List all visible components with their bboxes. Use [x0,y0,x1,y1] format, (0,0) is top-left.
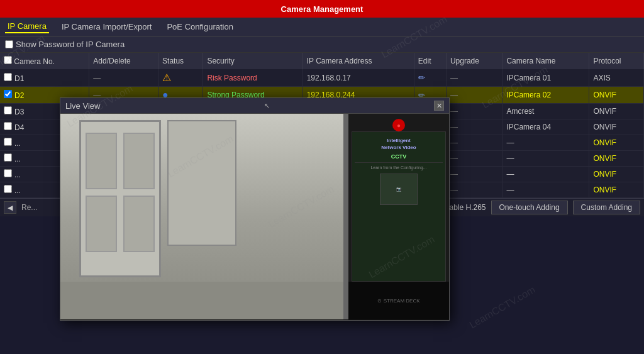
cell-protocol: ONVIF [589,87,644,104]
show-password-label[interactable]: Show Password of IP Camera [5,40,125,49]
cell-upgrade: — [446,119,502,135]
col-security: Security [203,53,303,69]
show-password-checkbox[interactable] [5,40,13,48]
table-header-row: Camera No. Add/Delete Status Security IP… [0,53,644,69]
cell-camera-name: — [502,151,589,167]
tab-ip-camera[interactable]: IP Camera [5,20,49,33]
camera-view-left [60,114,348,319]
cell-add-delete: — [89,69,158,87]
col-edit: Edit [414,53,446,69]
cell-protocol: ONVIF [589,104,644,119]
scroll-left-btn[interactable]: ◀ [4,201,16,214]
col-add-delete: Add/Delete [89,53,158,69]
cell-upgrade: — [446,87,502,104]
select-all-checkbox[interactable] [4,56,12,64]
cell-protocol: ONVIF [589,151,644,167]
cell-camera-name: — [502,135,589,151]
row-checkbox[interactable] [4,169,12,177]
cell-upgrade: — [446,167,502,182]
cell-protocol: ONVIF [589,167,644,182]
cell-protocol: ONVIF [589,182,644,198]
camera-indicator: ● [392,119,405,131]
col-camera-name: Camera Name [502,53,589,69]
cell-protocol: ONVIF [589,135,644,151]
cell-camera-name: IPCamera 01 [502,69,589,87]
cell-camera-name: IPCamera 02 [502,87,589,104]
bottom-right-controls: Enable H.265 One-touch Adding Custom Add… [440,201,640,214]
live-view-modal: Live View ↖ ✕ ● Intelligen [60,97,450,321]
col-camera-no: Camera No. [0,53,89,69]
cell-protocol: ONVIF [589,119,644,135]
cell-ip-address: 192.168.0.17 [303,69,414,87]
row-checkbox[interactable] [4,73,12,81]
cell-camera-name: Amcrest [502,104,589,119]
toolbar: Show Password of IP Camera [0,36,644,53]
col-status: Status [158,53,203,69]
modal-body: ● IntelligentNetwork Video CCTV Learn fr… [60,114,449,319]
modal-title: Live View [65,101,100,111]
cell-security: Risk Password [203,69,303,87]
one-touch-adding-btn[interactable]: One-touch Adding [491,201,568,214]
tab-poe[interactable]: PoE Configuration [164,21,236,33]
cell-camera-name: — [502,182,589,198]
cell-upgrade: — [446,151,502,167]
camera-view-right: ● IntelligentNetwork Video CCTV Learn fr… [348,114,449,319]
table-row[interactable]: D1—⚠Risk Password192.168.0.17✏—IPCamera … [0,69,644,87]
cell-camera-name: — [502,167,589,182]
book-subtitle: CCTV [391,153,407,160]
cell-upgrade: — [446,104,502,119]
row-checkbox[interactable] [4,138,12,146]
custom-adding-btn[interactable]: Custom Adding [573,201,640,214]
modal-close-btn[interactable]: ✕ [434,101,444,111]
cursor-indicator: ↖ [264,102,270,110]
col-ip-address: IP Camera Address [303,53,414,69]
book-title: IntelligentNetwork Video [381,137,416,151]
refresh-label: Re... [21,203,37,212]
cell-upgrade: — [446,135,502,151]
modal-header: Live View ↖ ✕ [60,98,449,114]
cell-edit[interactable]: ✏ [414,69,446,87]
row-checkbox[interactable] [4,122,12,130]
cell-protocol: AXIS [589,69,644,87]
tab-import-export[interactable]: IP Camera Import/Export [59,21,155,33]
stream-deck: ⊙ STREAM DECK [348,282,449,319]
cell-status: ⚠ [158,69,203,87]
col-protocol: Protocol [589,53,644,69]
col-upgrade: Upgrade [446,53,502,69]
row-checkbox[interactable] [4,90,12,98]
row-checkbox[interactable] [4,153,12,162]
app-header: Camera Management [0,0,644,18]
cell-upgrade: — [446,182,502,198]
book-display: IntelligentNetwork Video CCTV Learn from… [352,131,446,282]
tab-bar: IP Camera IP Camera Import/Export PoE Co… [0,18,644,36]
app-title: Camera Management [281,4,364,14]
row-checkbox[interactable] [4,185,12,193]
cell-upgrade: — [446,69,502,87]
cell-camera-no: D1 [0,69,89,87]
row-checkbox[interactable] [4,106,12,114]
cell-camera-name: IPCamera 04 [502,119,589,135]
